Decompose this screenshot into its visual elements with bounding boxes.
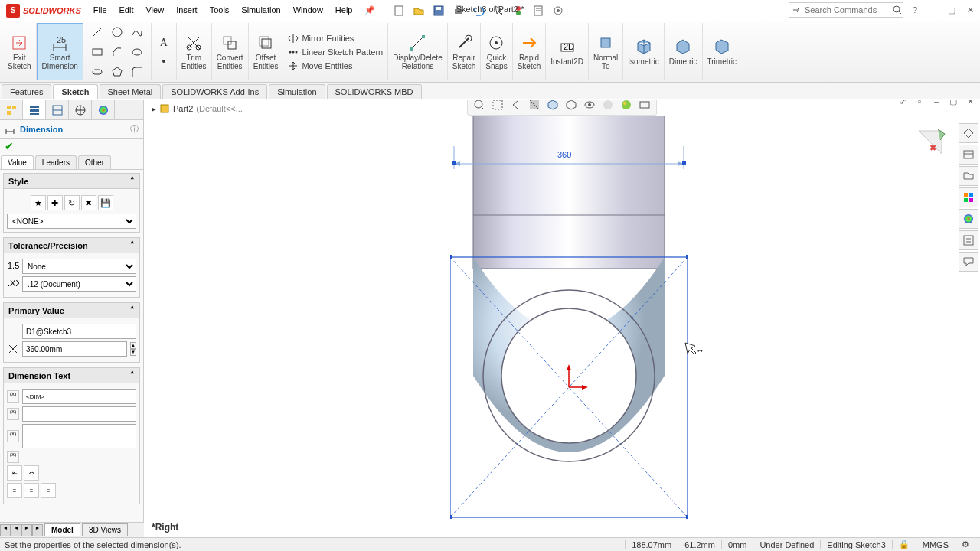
apply-scene-icon[interactable]: [618, 100, 635, 113]
display-manager-tab[interactable]: [92, 100, 115, 119]
point-tool[interactable]: [155, 52, 173, 70]
dimension-value-input[interactable]: [22, 341, 127, 357]
doc-minimize-button[interactable]: –: [929, 100, 943, 108]
pm-tab-other[interactable]: Other: [78, 155, 111, 169]
edit-appearance-icon[interactable]: [599, 100, 616, 113]
text-below-icon[interactable]: (x): [7, 408, 19, 420]
status-customize-icon[interactable]: ⚙: [955, 540, 975, 549]
quick-snaps-button[interactable]: Quick Snaps: [481, 23, 512, 80]
doc-close-button[interactable]: ✕: [963, 100, 977, 108]
precision-select[interactable]: .12 (Document): [22, 276, 136, 292]
status-lock-icon[interactable]: 🔒: [892, 540, 916, 549]
align-center[interactable]: ≡: [24, 483, 39, 498]
save-button[interactable]: [430, 2, 447, 19]
help-icon[interactable]: ?: [908, 3, 922, 17]
menu-edit[interactable]: Edit: [113, 2, 140, 18]
model-tab[interactable]: Model: [44, 523, 80, 536]
circle-tool[interactable]: [108, 23, 126, 41]
text-more-icon[interactable]: (x): [7, 430, 19, 442]
dimension-text-head[interactable]: Dimension Text˄: [3, 367, 140, 383]
appearances-icon[interactable]: [959, 209, 978, 229]
view-settings-icon[interactable]: [636, 100, 653, 113]
text-tool[interactable]: A: [155, 34, 173, 52]
menu-tools[interactable]: Tools: [204, 2, 236, 18]
repair-sketch-button[interactable]: Repair Sketch: [448, 23, 482, 80]
menu-pin-icon[interactable]: 📌: [358, 2, 381, 18]
ellipse-tool[interactable]: [128, 43, 146, 61]
style-add-icon[interactable]: ✚: [47, 195, 63, 210]
tolerance-type-select[interactable]: None: [22, 259, 136, 274]
file-properties-button[interactable]: [530, 2, 547, 19]
section-view-icon[interactable]: [526, 100, 543, 113]
tab-mbd[interactable]: SOLIDWORKS MBD: [327, 84, 422, 99]
menu-window[interactable]: Window: [287, 2, 329, 18]
search-input[interactable]: [802, 5, 892, 15]
tab-features[interactable]: Features: [2, 84, 51, 99]
options-button[interactable]: [550, 2, 567, 19]
close-button[interactable]: ✕: [963, 3, 977, 17]
doc-restore-icon[interactable]: ▫: [913, 100, 926, 108]
style-save-icon[interactable]: 💾: [98, 195, 113, 210]
search-commands[interactable]: [789, 2, 903, 18]
dim-text-input[interactable]: [22, 389, 136, 404]
exit-sketch-button[interactable]: Exit Sketch: [3, 23, 37, 80]
zoom-fit-icon[interactable]: [471, 100, 488, 113]
menu-insert[interactable]: Insert: [170, 2, 204, 18]
dimxpert-manager-tab[interactable]: [69, 100, 92, 119]
status-units[interactable]: MMGS: [916, 540, 955, 549]
style-update-icon[interactable]: ↻: [64, 195, 80, 210]
style-delete-icon[interactable]: ✖: [81, 195, 96, 210]
text-prefix-icon[interactable]: (x): [7, 390, 19, 403]
trimetric-button[interactable]: Trimetric: [703, 23, 742, 80]
move-entities-button[interactable]: Move Entities: [288, 60, 383, 71]
pm-tab-leaders[interactable]: Leaders: [35, 155, 77, 169]
mirror-entities-button[interactable]: Mirror Entities: [288, 33, 383, 44]
smart-dimension-button[interactable]: 25 Smart Dimension: [37, 23, 83, 80]
instant2d-button[interactable]: 2D Instant2D: [546, 23, 589, 80]
justify-center[interactable]: ⇔: [24, 465, 39, 481]
menu-view[interactable]: View: [139, 2, 170, 18]
menu-file[interactable]: File: [87, 2, 113, 18]
pm-help-icon[interactable]: ⓘ: [130, 123, 139, 135]
design-library-icon[interactable]: [959, 145, 978, 165]
3d-views-tab[interactable]: 3D Views: [82, 523, 128, 536]
display-style-icon[interactable]: [563, 100, 580, 113]
file-explorer-icon[interactable]: [959, 166, 978, 186]
hide-show-icon[interactable]: [581, 100, 598, 113]
custom-properties-icon[interactable]: [959, 230, 978, 250]
doc-expand-icon[interactable]: ⤢: [896, 100, 910, 108]
style-select[interactable]: <NONE>: [7, 214, 136, 229]
view-palette-icon[interactable]: [959, 187, 978, 207]
property-manager-tab[interactable]: [23, 100, 46, 119]
new-button[interactable]: [390, 2, 407, 19]
arc-tool[interactable]: [108, 43, 126, 61]
trim-entities-button[interactable]: Trim Entities: [177, 23, 212, 80]
dimetric-button[interactable]: Dimetric: [665, 23, 703, 80]
slot-tool[interactable]: [88, 63, 106, 81]
style-apply-icon[interactable]: ★: [31, 195, 46, 210]
isometric-button[interactable]: Isometric: [623, 23, 665, 80]
solidworks-resources-icon[interactable]: [959, 123, 978, 143]
fillet-tool[interactable]: [128, 63, 146, 81]
tab-sketch[interactable]: Sketch: [53, 84, 97, 99]
dim-text-input-2[interactable]: [22, 406, 136, 422]
tolerance-head[interactable]: Tolerance/Precision˄: [3, 237, 140, 253]
primary-value-head[interactable]: Primary Value˄: [3, 302, 140, 318]
menu-simulation[interactable]: Simulation: [235, 2, 286, 18]
spline-tool[interactable]: [128, 23, 146, 41]
breadcrumb[interactable]: ▸ Part2 (Default<<...: [152, 103, 243, 114]
align-right[interactable]: ≡: [41, 483, 56, 498]
dim-text-area[interactable]: [22, 424, 136, 448]
doc-maximize-button[interactable]: ▢: [946, 100, 960, 108]
part-name[interactable]: Part2: [173, 104, 193, 113]
menu-help[interactable]: Help: [329, 2, 359, 18]
previous-view-icon[interactable]: [508, 100, 524, 113]
open-button[interactable]: [410, 2, 427, 19]
rectangle-tool[interactable]: [88, 43, 106, 61]
style-head[interactable]: Style˄: [3, 173, 140, 189]
tab-addins[interactable]: SOLIDWORKS Add-Ins: [162, 84, 267, 99]
text-extra-icon[interactable]: (x): [7, 451, 19, 463]
rapid-sketch-button[interactable]: Rapid Sketch: [513, 23, 547, 80]
normal-to-button[interactable]: Normal To: [589, 23, 623, 80]
value-spinner[interactable]: ▲▼: [130, 342, 136, 356]
